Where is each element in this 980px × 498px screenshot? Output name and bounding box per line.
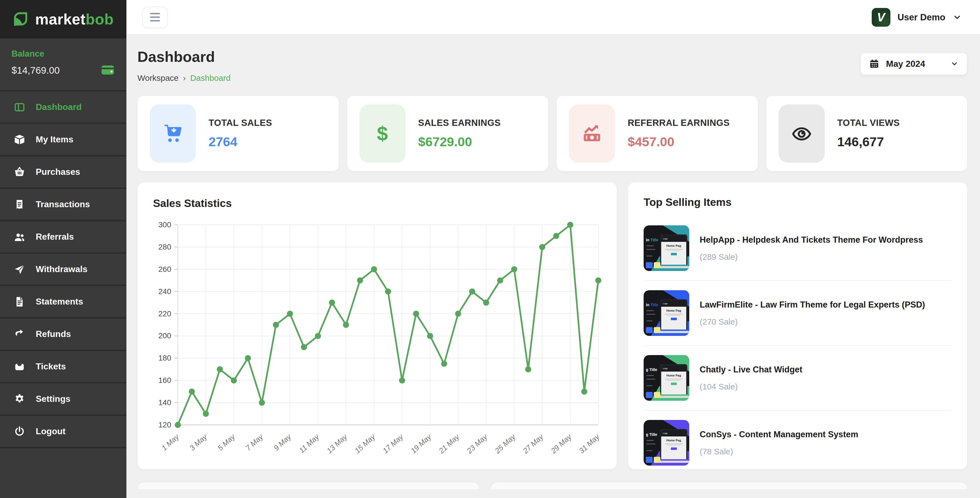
sidebar-item-label: Transactions — [36, 199, 90, 209]
stat-value: 2764 — [208, 134, 272, 149]
item-sales-count: (78 Sale) — [700, 447, 858, 456]
balance-label: Balance — [11, 49, 115, 59]
breadcrumb-workspace[interactable]: Workspace — [137, 73, 179, 83]
menu-toggle-button[interactable] — [142, 6, 168, 28]
top-item-row[interactable]: in Title Logo Home Pag HelpApp - Helpdes… — [644, 216, 952, 281]
sidebar-item-label: Tickets — [36, 361, 66, 372]
item-name: Chatly - Live Chat Widget — [700, 364, 802, 375]
sidebar-item-label: Purchases — [36, 167, 80, 177]
stat-card-referral-earnings: REFERRAL EARNINGS$457.00 — [557, 95, 758, 171]
item-thumbnail: in Title Logo Home Pag — [644, 225, 689, 271]
receipt-icon — [14, 199, 25, 210]
user-menu[interactable]: V User Demo — [872, 8, 962, 27]
svg-text:200: 200 — [158, 331, 171, 340]
svg-text:11 May: 11 May — [298, 432, 321, 455]
sales-statistics-line-chart: 1201401601802002202402602803001 May3 May… — [153, 219, 603, 467]
svg-text:220: 220 — [158, 309, 171, 318]
svg-text:180: 180 — [158, 354, 171, 362]
user-name: User Demo — [897, 12, 945, 22]
sidebar-item-label: Withdrawals — [36, 264, 88, 274]
stat-label: TOTAL VIEWS — [837, 118, 900, 128]
sidebar: marketbob Balance $14,769.00 DashboardMy… — [0, 0, 126, 498]
svg-text:240: 240 — [158, 287, 171, 296]
stats-row: TOTAL SALES2764$SALES EARNINGS$6729.00RE… — [137, 95, 967, 171]
sidebar-item-label: Dashboard — [36, 102, 82, 112]
cart-icon — [150, 105, 196, 163]
inbox-icon — [14, 361, 25, 372]
balance-section: Balance $14,769.00 — [0, 38, 126, 90]
top-selling-items-panel: Top Selling Items in Title Logo Home Pag… — [628, 182, 967, 469]
main-area: V User Demo Dashboard Workspace › Dashbo… — [126, 0, 980, 498]
app-root: marketbob Balance $14,769.00 DashboardMy… — [0, 0, 980, 498]
brand-wordmark: marketbob — [35, 10, 114, 28]
sidebar-item-dashboard[interactable]: Dashboard — [0, 92, 126, 123]
sidebar-item-label: Refunds — [36, 329, 71, 339]
sales-statistics-chart: 1201401601802002202402602803001 May3 May… — [153, 219, 603, 468]
svg-text:15 May: 15 May — [353, 432, 377, 455]
svg-text:27 May: 27 May — [521, 432, 545, 455]
sidebar-item-withdrawals[interactable]: Withdrawals — [0, 254, 126, 285]
sidebar-item-tickets[interactable]: Tickets — [0, 351, 126, 382]
cutoff-panel-left — [137, 482, 480, 489]
item-sales-count: (104 Sale) — [700, 382, 802, 391]
svg-text:9 May: 9 May — [272, 432, 293, 452]
brand-logo[interactable]: marketbob — [0, 0, 126, 38]
dashboard-icon — [14, 102, 25, 113]
svg-text:17 May: 17 May — [381, 432, 405, 455]
stat-label: REFERRAL EARNINGS — [628, 118, 730, 128]
topbar: V User Demo — [126, 0, 980, 35]
chevron-down-icon — [950, 60, 959, 68]
below-fold-panels — [137, 482, 967, 489]
people-icon — [14, 231, 25, 243]
page-title: Dashboard — [137, 48, 231, 65]
date-range-label: May 2024 — [886, 59, 925, 69]
top-item-row[interactable]: g Title Logo Home Pag Chatly - Live Chat… — [644, 346, 952, 410]
sidebar-item-refunds[interactable]: Refunds — [0, 318, 126, 350]
svg-text:23 May: 23 May — [465, 432, 489, 455]
item-name: ConSys - Content Management System — [700, 429, 858, 440]
item-thumbnail: g Title Logo Home Pag — [644, 420, 689, 466]
svg-text:21 May: 21 May — [437, 432, 461, 455]
dollar-icon: $ — [360, 105, 406, 163]
item-name: LawFirmElite - Law Firm Theme for Legal … — [700, 299, 925, 310]
svg-text:160: 160 — [158, 376, 171, 385]
sidebar-item-label: My Items — [36, 134, 73, 145]
sidebar-filler — [0, 448, 126, 498]
hamburger-icon — [150, 13, 160, 14]
svg-text:7 May: 7 May — [244, 432, 265, 452]
redo-arrow-icon — [14, 328, 25, 340]
power-icon — [14, 426, 25, 437]
sidebar-item-statements[interactable]: Statements — [0, 286, 126, 317]
svg-text:25 May: 25 May — [493, 432, 517, 455]
stat-card-sales-earnings: $SALES EARNINGS$6729.00 — [347, 95, 549, 171]
svg-text:29 May: 29 May — [549, 432, 573, 455]
sidebar-item-referrals[interactable]: Referrals — [0, 221, 126, 252]
breadcrumb-separator-icon: › — [183, 73, 186, 83]
svg-text:140: 140 — [158, 398, 171, 407]
document-icon — [14, 296, 25, 307]
sidebar-item-my-items[interactable]: My Items — [0, 124, 126, 155]
top-selling-items-title: Top Selling Items — [644, 196, 952, 208]
sidebar-item-label: Settings — [36, 394, 70, 404]
sidebar-item-logout[interactable]: Logout — [0, 416, 126, 447]
stat-label: SALES EARNINGS — [418, 118, 501, 128]
calendar-icon — [869, 59, 880, 69]
basket-icon — [14, 166, 25, 178]
svg-text:120: 120 — [158, 420, 171, 429]
stat-value: 146,677 — [837, 134, 900, 149]
sidebar-item-label: Statements — [36, 296, 83, 307]
date-range-selector[interactable]: May 2024 — [860, 53, 967, 75]
svg-text:31 May: 31 May — [578, 432, 601, 455]
sidebar-item-purchases[interactable]: Purchases — [0, 156, 126, 188]
svg-text:260: 260 — [158, 265, 171, 274]
top-item-row[interactable]: g Title Logo Home Pag ConSys - Content M… — [644, 410, 952, 475]
panels-row: Sales Statistics 12014016018020022024026… — [137, 182, 967, 469]
svg-text:5 May: 5 May — [216, 432, 237, 452]
breadcrumb: Workspace › Dashboard — [137, 73, 231, 83]
sidebar-item-transactions[interactable]: Transactions — [0, 189, 126, 220]
sidebar-item-settings[interactable]: Settings — [0, 383, 126, 414]
page-head: Dashboard Workspace › Dashboard — [137, 48, 967, 83]
top-item-row[interactable]: in Title Logo Home Pag LawFirmElite - La… — [644, 281, 952, 346]
item-name: HelpApp - Helpdesk And Tickets Theme For… — [700, 235, 923, 245]
svg-text:300: 300 — [158, 220, 171, 229]
